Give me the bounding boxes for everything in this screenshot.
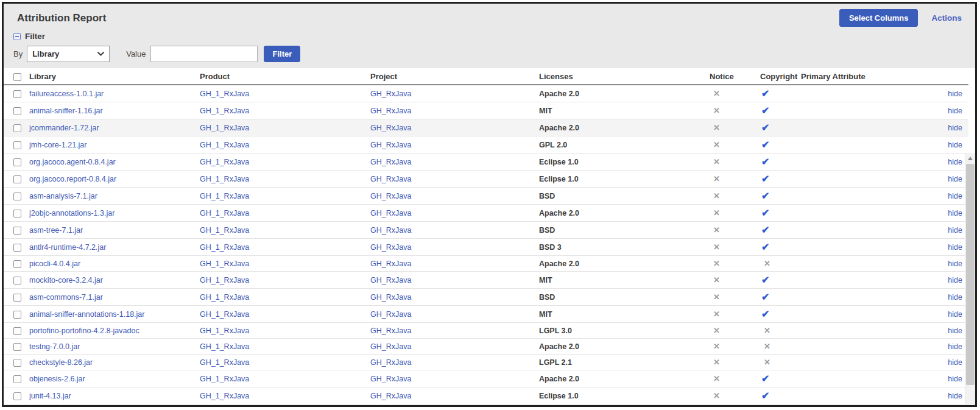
project-link[interactable]: GH_RxJava [370, 107, 411, 115]
product-link[interactable]: GH_1_RxJava [200, 175, 249, 183]
hide-link[interactable]: hide [948, 358, 962, 367]
product-link[interactable]: GH_1_RxJava [200, 209, 249, 217]
project-link[interactable]: GH_RxJava [370, 175, 411, 183]
hide-link[interactable]: hide [948, 243, 962, 252]
project-link[interactable]: GH_RxJava [370, 293, 411, 302]
hide-link[interactable]: hide [948, 124, 962, 132]
row-checkbox[interactable] [13, 375, 21, 383]
row-checkbox[interactable] [13, 359, 21, 367]
row-checkbox[interactable] [13, 193, 21, 200]
project-link[interactable]: GH_RxJava [370, 392, 411, 400]
hide-link[interactable]: hide [948, 293, 962, 302]
project-link[interactable]: GH_RxJava [370, 243, 411, 252]
library-link[interactable]: org.jacoco.report-0.8.4.jar [29, 175, 116, 183]
hide-link[interactable]: hide [948, 141, 962, 149]
project-link[interactable]: GH_RxJava [370, 226, 411, 235]
product-link[interactable]: GH_1_RxJava [200, 90, 249, 98]
product-link[interactable]: GH_1_RxJava [200, 310, 249, 319]
row-checkbox[interactable] [13, 260, 21, 268]
library-link[interactable]: jmh-core-1.21.jar [29, 141, 86, 149]
product-link[interactable]: GH_1_RxJava [200, 392, 249, 400]
project-link[interactable]: GH_RxJava [370, 276, 411, 285]
project-link[interactable]: GH_RxJava [370, 141, 411, 149]
row-checkbox[interactable] [13, 227, 21, 235]
project-link[interactable]: GH_RxJava [370, 375, 411, 383]
product-link[interactable]: GH_1_RxJava [200, 124, 249, 132]
project-link[interactable]: GH_RxJava [370, 342, 411, 351]
product-link[interactable]: GH_1_RxJava [200, 243, 249, 252]
row-checkbox[interactable] [13, 311, 21, 319]
filter-by-select[interactable]: Library [27, 46, 110, 62]
library-link[interactable]: picocli-4.0.4.jar [29, 260, 80, 268]
library-link[interactable]: jcommander-1.72.jar [29, 124, 99, 132]
hide-link[interactable]: hide [948, 342, 962, 351]
hide-link[interactable]: hide [948, 209, 962, 217]
project-link[interactable]: GH_RxJava [370, 260, 411, 268]
row-checkbox[interactable] [13, 277, 21, 285]
project-link[interactable]: GH_RxJava [370, 209, 411, 217]
hide-link[interactable]: hide [948, 260, 962, 268]
row-checkbox[interactable] [13, 343, 21, 351]
product-link[interactable]: GH_1_RxJava [200, 342, 249, 351]
filter-value-input[interactable] [150, 46, 258, 62]
project-link[interactable]: GH_RxJava [370, 327, 411, 335]
product-link[interactable]: GH_1_RxJava [200, 107, 249, 115]
hide-link[interactable]: hide [948, 192, 962, 200]
project-link[interactable]: GH_RxJava [370, 90, 411, 98]
row-checkbox[interactable] [13, 141, 21, 149]
select-columns-button[interactable]: Select Columns [839, 9, 918, 27]
project-link[interactable]: GH_RxJava [370, 192, 411, 200]
collapse-minus-icon[interactable] [13, 33, 21, 40]
hide-link[interactable]: hide [948, 276, 962, 285]
product-link[interactable]: GH_1_RxJava [200, 226, 249, 235]
hide-link[interactable]: hide [948, 392, 962, 400]
hide-link[interactable]: hide [948, 375, 962, 383]
select-all-checkbox[interactable] [13, 73, 21, 81]
row-checkbox[interactable] [13, 90, 21, 98]
product-link[interactable]: GH_1_RxJava [200, 358, 249, 367]
product-link[interactable]: GH_1_RxJava [200, 276, 249, 285]
product-link[interactable]: GH_1_RxJava [200, 375, 249, 383]
library-link[interactable]: junit-4.13.jar [29, 392, 71, 400]
library-link[interactable]: animal-sniffer-1.16.jar [29, 107, 103, 115]
hide-link[interactable]: hide [948, 175, 962, 183]
row-checkbox[interactable] [13, 175, 21, 183]
product-link[interactable]: GH_1_RxJava [200, 260, 249, 268]
library-link[interactable]: antlr4-runtime-4.7.2.jar [29, 243, 106, 252]
row-checkbox[interactable] [13, 107, 21, 115]
library-link[interactable]: asm-commons-7.1.jar [29, 293, 103, 302]
row-checkbox[interactable] [13, 210, 21, 217]
hide-link[interactable]: hide [948, 226, 962, 235]
scrollbar-up-icon[interactable] [968, 157, 973, 160]
row-checkbox[interactable] [13, 158, 21, 166]
project-link[interactable]: GH_RxJava [370, 158, 411, 166]
hide-link[interactable]: hide [948, 90, 962, 98]
hide-link[interactable]: hide [948, 107, 962, 115]
project-link[interactable]: GH_RxJava [370, 124, 411, 132]
product-link[interactable]: GH_1_RxJava [200, 327, 249, 335]
row-checkbox[interactable] [13, 392, 21, 400]
row-checkbox[interactable] [13, 124, 21, 132]
product-link[interactable]: GH_1_RxJava [200, 141, 249, 149]
library-link[interactable]: animal-sniffer-annotations-1.18.jar [29, 310, 144, 319]
product-link[interactable]: GH_1_RxJava [200, 158, 249, 166]
row-checkbox[interactable] [13, 327, 21, 335]
row-checkbox[interactable] [13, 294, 21, 302]
library-link[interactable]: objenesis-2.6.jar [29, 375, 85, 383]
product-link[interactable]: GH_1_RxJava [200, 192, 249, 200]
hide-link[interactable]: hide [948, 327, 962, 335]
library-link[interactable]: asm-analysis-7.1.jar [29, 192, 97, 200]
project-link[interactable]: GH_RxJava [370, 310, 411, 319]
library-link[interactable]: testng-7.0.0.jar [29, 342, 80, 351]
library-link[interactable]: checkstyle-8.26.jar [29, 358, 93, 367]
hide-link[interactable]: hide [948, 310, 962, 319]
vertical-scrollbar[interactable] [965, 153, 975, 407]
library-link[interactable]: j2objc-annotations-1.3.jar [29, 209, 115, 217]
scrollbar-thumb[interactable] [966, 164, 975, 385]
library-link[interactable]: failureaccess-1.0.1.jar [29, 90, 104, 98]
product-link[interactable]: GH_1_RxJava [200, 293, 249, 302]
library-link[interactable]: org.jacoco.agent-0.8.4.jar [29, 158, 116, 166]
library-link[interactable]: portofino-portofino-4.2.8-javadoc [29, 327, 139, 335]
actions-link[interactable]: Actions [931, 13, 962, 23]
library-link[interactable]: mockito-core-3.2.4.jar [29, 276, 103, 285]
